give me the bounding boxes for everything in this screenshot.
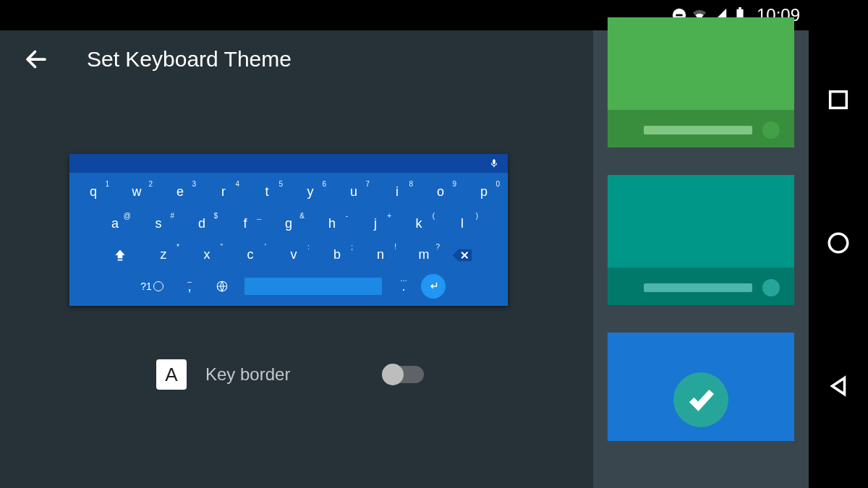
theme-tile-blue[interactable] — [608, 333, 794, 441]
key-x: x" — [185, 247, 229, 262]
key-border-icon: A — [156, 359, 187, 390]
key-y: y6 — [289, 184, 332, 200]
key-a: a@ — [93, 216, 137, 231]
nav-back-button[interactable] — [826, 374, 851, 401]
key-i: i8 — [375, 184, 419, 200]
comma-key: _, — [175, 279, 204, 294]
spacebar — [244, 278, 382, 295]
key-l: l) — [441, 216, 484, 231]
nav-home-button[interactable] — [826, 231, 851, 258]
key-s: s# — [137, 216, 180, 231]
key-m: m? — [402, 247, 446, 262]
key-border-toggle[interactable] — [383, 366, 424, 383]
theme-tile-teal[interactable] — [608, 175, 794, 305]
symbol-key: ?1 — [132, 281, 172, 292]
key-q: q1 — [72, 184, 115, 200]
key-k: k( — [397, 216, 441, 231]
nav-bar — [809, 0, 868, 488]
shift-key-icon — [98, 248, 142, 262]
key-z: z* — [142, 247, 185, 262]
period-key: …. — [389, 279, 418, 294]
theme-list[interactable] — [593, 30, 809, 488]
key-border-label: Key border — [205, 364, 365, 385]
key-c: c' — [229, 247, 272, 262]
key-b: b; — [315, 247, 359, 262]
key-h: h- — [310, 216, 354, 231]
mic-icon — [489, 158, 499, 168]
key-r: r4 — [202, 184, 245, 200]
key-d: d$ — [180, 216, 224, 231]
key-w: w2 — [115, 184, 158, 200]
globe-key-icon — [207, 280, 237, 293]
check-icon — [673, 372, 728, 427]
svg-rect-3 — [739, 7, 741, 9]
key-g: g& — [267, 216, 310, 231]
key-t: t5 — [245, 184, 289, 200]
key-border-setting: A Key border — [156, 357, 424, 392]
page-title: Set Keyboard Theme — [87, 47, 292, 72]
key-p: p0 — [462, 184, 506, 200]
backspace-key-icon — [446, 248, 479, 262]
key-f: f_ — [224, 216, 267, 231]
svg-point-6 — [829, 234, 848, 252]
svg-rect-1 — [676, 14, 682, 17]
key-u: u7 — [332, 184, 375, 200]
key-e: e3 — [158, 184, 202, 200]
theme-tile-green[interactable] — [608, 17, 794, 147]
key-o: o9 — [419, 184, 462, 200]
enter-key-icon — [421, 274, 446, 299]
key-j: j+ — [354, 216, 397, 231]
key-v: v: — [272, 247, 315, 262]
app-bar: Set Keyboard Theme — [0, 30, 593, 88]
back-button[interactable] — [22, 45, 51, 74]
nav-recent-button[interactable] — [826, 87, 851, 115]
keyboard-preview: q1w2e3r4t5y6u7i8o9p0 a@s#d$f_g&h-j+k(l) … — [69, 154, 508, 306]
svg-rect-5 — [830, 91, 847, 108]
key-n: n! — [359, 247, 402, 262]
